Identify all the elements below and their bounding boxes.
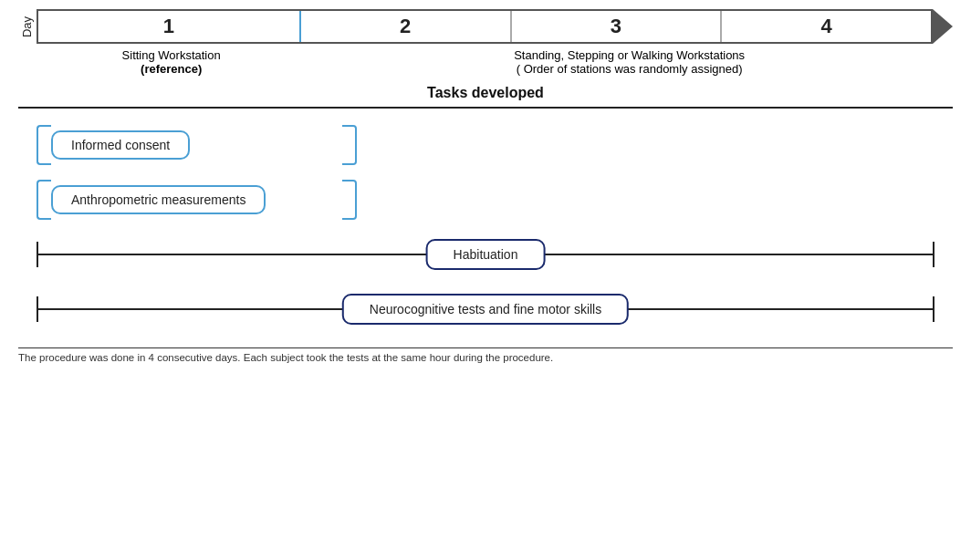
main-container: Day 1 2 3 <box>0 0 971 560</box>
timeline-arrow <box>933 9 953 44</box>
habituation-box: Habituation <box>426 239 546 270</box>
neurocognitive-tick-right <box>933 296 934 322</box>
tasks-title: Tasks developed <box>18 85 953 101</box>
footer-divider <box>18 347 953 348</box>
label-sitting: Sitting Workstation (reference) <box>37 48 306 76</box>
tasks-divider <box>18 107 953 109</box>
timeline-segment-1: 1 <box>38 11 301 42</box>
anthropometric-box: Anthropometric measurements <box>51 185 266 214</box>
timeline-segment-4: 4 <box>722 11 931 42</box>
task-row-anthropometric: Anthropometric measurements <box>18 176 953 223</box>
neurocognitive-box: Neurocognitive tests and fine motor skil… <box>342 294 629 325</box>
timeline-bar: 1 2 3 4 <box>37 9 933 44</box>
timeline-section: Day 1 2 3 <box>18 9 953 76</box>
timeline-labels: Sitting Workstation (reference) Standing… <box>37 48 953 76</box>
informed-consent-box: Informed consent <box>51 130 190 160</box>
bracket-left-anthropometric <box>37 180 51 220</box>
habituation-tick-left <box>37 242 38 267</box>
timeline-segment-3: 3 <box>512 11 723 42</box>
footer-note: The procedure was done in 4 consecutive … <box>18 352 953 363</box>
neurocognitive-tick-left <box>37 296 38 322</box>
bracket-left-informed <box>37 125 51 165</box>
task-row-habituation: Habituation <box>18 231 953 278</box>
habituation-tick-right <box>933 242 934 267</box>
timeline-segment-2: 2 <box>301 11 512 42</box>
bracket-right-informed <box>342 125 357 165</box>
label-standing: Standing, Stepping or Walking Workstatio… <box>306 48 953 76</box>
bracket-right-anthropometric <box>342 180 357 220</box>
task-row-informed-consent: Informed consent <box>18 121 953 169</box>
day-label: Day <box>21 16 35 36</box>
task-row-neurocognitive: Neurocognitive tests and fine motor skil… <box>18 284 953 335</box>
